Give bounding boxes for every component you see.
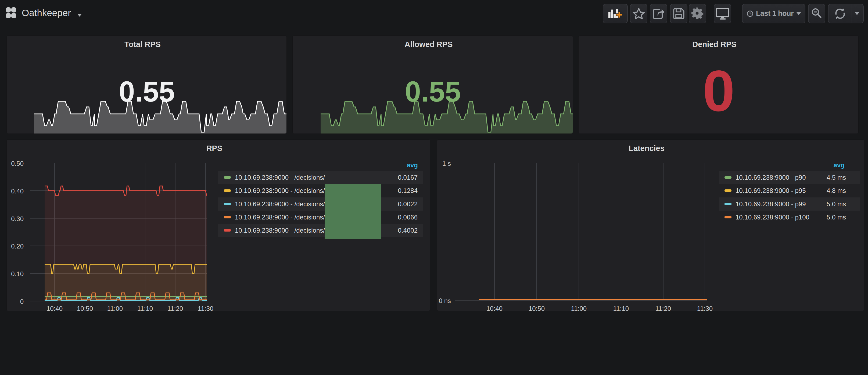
svg-text:11:00: 11:00 (571, 305, 587, 311)
svg-text:10:50: 10:50 (529, 305, 545, 311)
svg-text:11:20: 11:20 (655, 305, 671, 311)
svg-text:11:10: 11:10 (137, 305, 153, 311)
svg-text:10:40: 10:40 (46, 305, 63, 311)
svg-text:0 ns: 0 ns (439, 297, 451, 304)
svg-text:11:00: 11:00 (107, 305, 123, 311)
svg-text:0.20: 0.20 (11, 243, 24, 250)
svg-text:0.40: 0.40 (11, 187, 24, 195)
svg-text:11:20: 11:20 (167, 305, 183, 311)
svg-text:11:30: 11:30 (697, 305, 713, 311)
svg-text:11:30: 11:30 (198, 305, 213, 311)
svg-text:1 s: 1 s (442, 160, 451, 167)
svg-text:10:50: 10:50 (77, 305, 93, 311)
svg-text:0.10: 0.10 (11, 270, 24, 278)
svg-text:0.30: 0.30 (11, 215, 24, 222)
svg-text:10:40: 10:40 (487, 305, 502, 311)
svg-text:0.50: 0.50 (11, 160, 24, 167)
svg-text:11:10: 11:10 (613, 305, 629, 311)
svg-text:0: 0 (20, 298, 24, 305)
